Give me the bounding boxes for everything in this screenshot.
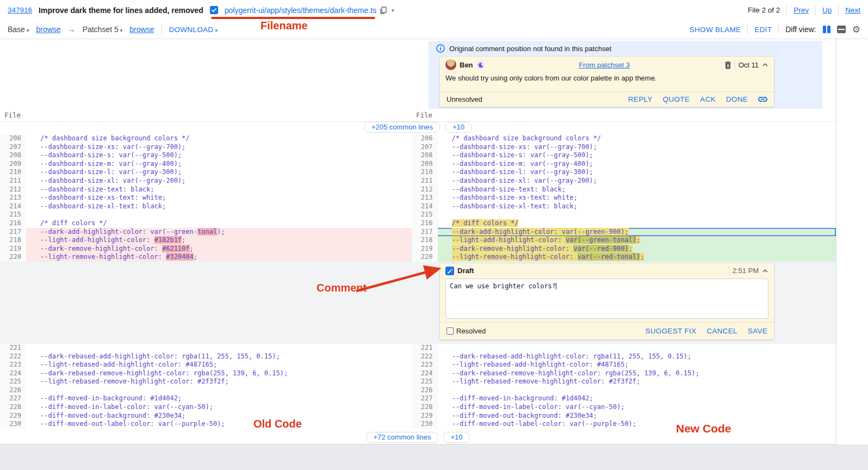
code-line: --dashboard-size-xs: var(--gray-700); [438, 143, 836, 152]
from-patchset-link[interactable]: From patchset 3 [579, 61, 630, 69]
line-number[interactable]: 230 [412, 420, 438, 429]
line-number[interactable]: 217 [0, 228, 26, 237]
line-number[interactable]: 218 [0, 236, 26, 245]
line-number[interactable]: 211 [412, 177, 438, 185]
file-dropdown-icon[interactable]: ▾ [392, 8, 394, 13]
edit-button[interactable]: EDIT [754, 26, 772, 34]
unified-view-icon[interactable] [837, 26, 846, 33]
line-number[interactable]: 219 [412, 245, 438, 253]
quote-button[interactable]: QUOTE [663, 95, 690, 103]
expand-ten-lines-button[interactable]: +10 [445, 122, 472, 133]
line-number[interactable]: 229 [0, 412, 26, 420]
line-number[interactable]: 210 [412, 168, 438, 177]
line-number[interactable]: 206 [0, 134, 26, 143]
line-number[interactable]: 216 [412, 219, 438, 228]
browse-patchset-link[interactable]: browse [129, 25, 154, 34]
line-number[interactable]: 221 [0, 344, 26, 352]
code-line: --dark-rebased-add-highlight-color: rgba… [438, 352, 836, 361]
resolved-checkbox[interactable] [447, 327, 454, 335]
done-button[interactable]: DONE [726, 95, 748, 103]
line-number[interactable]: 220 [0, 253, 26, 262]
diff-row: 210--dashboard-size-l: var(--gray-300);2… [0, 168, 836, 177]
code-line: --dashboard-size-xl-text: black; [26, 202, 412, 211]
line-number[interactable]: 230 [0, 420, 26, 429]
patchset-dropdown[interactable]: Patchset 5▾ [83, 25, 123, 34]
expand-ten-lines-button[interactable]: +10 [443, 432, 469, 443]
line-number[interactable]: 218 [412, 236, 438, 245]
code-line: --dashboard-size-l: var(--gray-300); [438, 168, 836, 177]
line-number[interactable]: 213 [0, 194, 26, 202]
change-number-link[interactable]: 347916 [8, 6, 32, 14]
line-number[interactable]: 212 [0, 185, 26, 194]
expand-common-lines-button[interactable]: +205 common lines [364, 122, 440, 133]
up-link[interactable]: Up [822, 6, 832, 14]
draft-time: 2:51 PM [733, 267, 759, 275]
line-number[interactable]: 227 [412, 394, 438, 403]
collapse-chevron-icon[interactable] [762, 269, 768, 273]
base-dropdown[interactable]: Base▾ [8, 25, 29, 34]
line-number[interactable]: 222 [0, 352, 26, 361]
line-number[interactable]: 215 [0, 211, 26, 219]
line-number[interactable]: 208 [0, 151, 26, 160]
show-blame-button[interactable]: SHOW BLAME [690, 26, 741, 34]
prev-file-link[interactable]: Prev [793, 6, 809, 14]
line-number[interactable]: 215 [412, 211, 438, 219]
line-number[interactable]: 209 [412, 160, 438, 169]
cancel-button[interactable]: CANCEL [706, 327, 737, 335]
diff-row: 217--dark-add-highlight-color: var(--gre… [0, 228, 836, 237]
line-number[interactable]: 211 [0, 177, 26, 185]
line-number[interactable]: 224 [0, 369, 26, 378]
line-number[interactable]: 207 [0, 143, 26, 152]
next-file-link[interactable]: Next [845, 6, 860, 14]
line-number[interactable]: 214 [412, 202, 438, 211]
settings-gear-icon[interactable]: ⚙ [852, 25, 860, 34]
line-number[interactable]: 228 [412, 403, 438, 412]
line-number[interactable]: 217 [412, 228, 438, 237]
suggest-fix-button[interactable]: SUGGEST FIX [645, 327, 696, 335]
expand-common-lines-button[interactable]: +72 common lines [367, 432, 438, 443]
line-number[interactable]: 224 [412, 369, 438, 378]
line-number[interactable]: 207 [412, 143, 438, 152]
line-number[interactable]: 226 [412, 386, 438, 395]
annotation-filename-underline [211, 17, 375, 19]
line-number[interactable]: 222 [412, 352, 438, 361]
resolved-checkbox-row[interactable]: Resolved [447, 327, 486, 335]
line-number[interactable]: 221 [412, 344, 438, 352]
line-number[interactable]: 225 [0, 378, 26, 386]
copy-link-icon[interactable] [758, 96, 767, 102]
draft-comment-input[interactable]: Can we use brighter colors? [445, 279, 768, 319]
line-number[interactable]: 227 [0, 394, 26, 403]
line-number[interactable]: 206 [412, 134, 438, 143]
copy-icon[interactable] [380, 7, 387, 14]
line-number[interactable]: 226 [0, 386, 26, 395]
save-button[interactable]: SAVE [748, 327, 767, 335]
browse-base-link[interactable]: browse [36, 25, 60, 34]
ack-button[interactable]: ACK [700, 95, 716, 103]
file-label-left: File [4, 111, 21, 119]
code-line: --dark-rebased-add-highlight-color: rgba… [26, 352, 412, 361]
file-path-link[interactable]: polygerrit-ui/app/styles/themes/dark-the… [225, 6, 376, 15]
code-line: --diff-moved-in-label-color: var(--cyan-… [26, 403, 412, 412]
reviewed-checkbox[interactable] [210, 6, 218, 14]
download-dropdown[interactable]: DOWNLOAD▾ [169, 26, 218, 34]
line-number[interactable]: 213 [412, 194, 438, 202]
line-number[interactable]: 210 [0, 168, 26, 177]
line-number[interactable]: 225 [412, 378, 438, 386]
side-by-side-view-icon[interactable] [823, 26, 830, 33]
line-number[interactable]: 223 [0, 361, 26, 369]
reply-button[interactable]: REPLY [628, 95, 653, 103]
line-number[interactable]: 219 [0, 245, 26, 253]
line-number[interactable]: 214 [0, 202, 26, 211]
collapse-chevron-icon[interactable] [762, 63, 768, 67]
line-number[interactable]: 216 [0, 219, 26, 228]
delete-comment-icon[interactable] [724, 61, 731, 69]
line-number[interactable]: 209 [0, 160, 26, 169]
line-number[interactable]: 228 [0, 403, 26, 412]
line-number[interactable]: 223 [412, 361, 438, 369]
diff-row: 228--diff-moved-in-label-color: var(--cy… [0, 403, 836, 412]
check-icon [211, 7, 217, 13]
line-number[interactable]: 229 [412, 412, 438, 420]
line-number[interactable]: 212 [412, 185, 438, 194]
line-number[interactable]: 220 [412, 253, 438, 262]
line-number[interactable]: 208 [412, 151, 438, 160]
